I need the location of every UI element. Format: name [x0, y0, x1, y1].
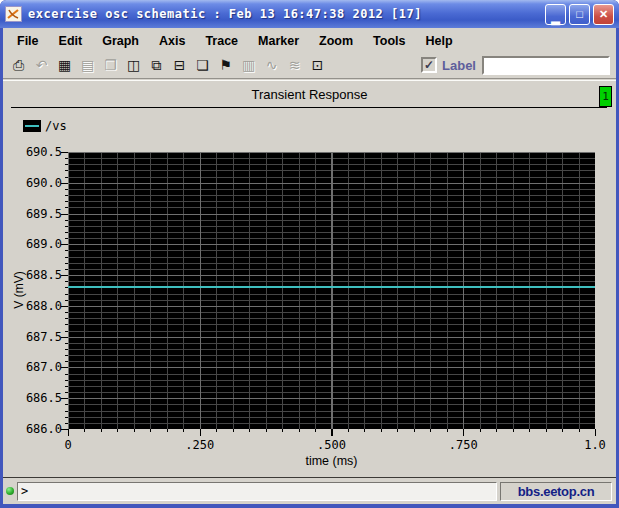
menu-tools[interactable]: Tools [363, 30, 415, 51]
checkmark-icon: ✓ [424, 58, 434, 72]
label-checkbox[interactable]: ✓ [421, 57, 437, 73]
minimize-icon: ▂ [551, 13, 559, 24]
menu-bar: FileEditGraphAxisTraceMarkerZoomToolsHel… [3, 28, 616, 52]
new-subwindow-button[interactable]: ⧉ [146, 55, 167, 75]
toolbar-buttons: ⎙↶▦▤❐◫⧉⊟❏⚑▥∿≋⊡ [8, 55, 330, 75]
command-input[interactable] [28, 483, 496, 500]
status-right-panel: bbs.eetop.cn [500, 482, 612, 501]
maximize-icon: □ [576, 9, 583, 20]
watermark-text: bbs.eetop.cn [518, 484, 595, 499]
x-axis-title: time (ms) [68, 454, 595, 468]
undo-button: ↶ [31, 55, 52, 75]
place-label-button[interactable]: ⚑ [215, 55, 236, 75]
legend: /vs [23, 119, 67, 132]
app-body: FileEditGraphAxisTraceMarkerZoomToolsHel… [3, 28, 616, 504]
command-field[interactable]: > [17, 482, 497, 501]
graph-panel: Transient Response 1 /vs V (mV) time (ms… [3, 80, 616, 478]
legend-swatch-line [25, 125, 39, 127]
close-button[interactable]: ✕ [593, 4, 614, 25]
x-tick-label: 0 [44, 438, 92, 452]
y-tick-label: 687.5 [22, 330, 62, 344]
maximize-button[interactable]: □ [569, 4, 590, 25]
command-prompt: > [21, 484, 28, 498]
trace-vs[interactable] [68, 286, 595, 288]
legend-series-name[interactable]: /vs [45, 119, 67, 133]
x-tick-label: .500 [308, 438, 356, 452]
header-divider [11, 107, 607, 108]
strip-chart-mode-button: ▤ [77, 55, 98, 75]
y-tick-label: 688.5 [22, 268, 62, 282]
graph-title: Transient Response [3, 87, 616, 102]
app-window: excercise osc schematic : Feb 13 16:47:3… [0, 0, 619, 508]
y-tick-label: 690.0 [22, 176, 62, 190]
data-table-button: ▥ [238, 55, 259, 75]
y-axis-ticks [61, 152, 68, 430]
x-tick-label: .750 [439, 438, 487, 452]
print-button[interactable]: ⎙ [8, 55, 29, 75]
subwindow-strip-button[interactable]: ⊟ [169, 55, 190, 75]
menu-marker[interactable]: Marker [248, 30, 309, 51]
overlay-mode-button: ❐ [100, 55, 121, 75]
y-tick-label: 686.5 [22, 391, 62, 405]
legend-swatch[interactable] [23, 120, 41, 132]
menu-axis[interactable]: Axis [149, 30, 195, 51]
y-tick-label: 689.0 [22, 237, 62, 251]
command-bar: > bbs.eetop.cn [3, 477, 616, 504]
window-title: excercise osc schematic : Feb 13 16:47:3… [28, 7, 542, 21]
wave-vs-wave-button: ∿ [261, 55, 282, 75]
label-input[interactable] [482, 56, 610, 75]
menu-zoom[interactable]: Zoom [309, 30, 363, 51]
menu-help[interactable]: Help [415, 30, 462, 51]
pop-out-subwindow-button[interactable]: ❏ [192, 55, 213, 75]
menu-file[interactable]: File [7, 30, 49, 51]
menu-edit[interactable]: Edit [49, 30, 93, 51]
y-tick-label: 686.0 [22, 422, 62, 436]
split-subwindow-button[interactable]: ◫ [123, 55, 144, 75]
y-tick-label: 688.0 [22, 299, 62, 313]
label-group: ✓ Label [421, 56, 610, 75]
menu-trace[interactable]: Trace [195, 30, 248, 51]
subwindow-badge[interactable]: 1 [599, 86, 612, 107]
toolbar: ⎙↶▦▤❐◫⧉⊟❏⚑▥∿≋⊡ ✓ Label [3, 52, 616, 79]
menu-graph[interactable]: Graph [92, 30, 149, 51]
show-grid-button[interactable]: ▦ [54, 55, 75, 75]
app-icon [5, 6, 22, 22]
y-tick-label: 689.5 [22, 207, 62, 221]
title-bar[interactable]: excercise osc schematic : Feb 13 16:47:3… [0, 0, 619, 28]
plot-area[interactable] [68, 152, 595, 429]
minimize-button[interactable]: ▂ [545, 4, 566, 25]
wave-strip-button: ≋ [284, 55, 305, 75]
y-tick-label: 690.5 [22, 145, 62, 159]
calculator-button[interactable]: ⊡ [307, 55, 328, 75]
label-checkbox-text: Label [442, 58, 476, 73]
status-led-icon [6, 487, 14, 495]
y-tick-label: 687.0 [22, 360, 62, 374]
x-axis-ticks [68, 429, 596, 436]
x-tick-label: 1.0 [571, 438, 619, 452]
close-icon: ✕ [599, 9, 608, 20]
x-tick-label: .250 [176, 438, 224, 452]
